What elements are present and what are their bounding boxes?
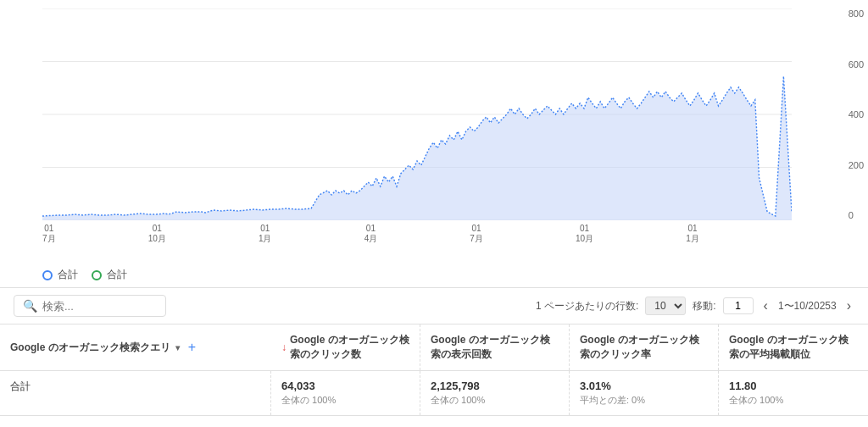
rows-per-page-select[interactable]: 10 25 50 <box>645 297 686 315</box>
row-col1: 合計 <box>0 371 271 415</box>
search-icon: 🔍 <box>23 299 37 313</box>
y-label-0: 0 <box>849 210 864 220</box>
chart-area: 0 200 400 600 800 <box>42 8 826 220</box>
move-label: 移動: <box>693 299 715 313</box>
next-page-button[interactable]: › <box>843 298 854 313</box>
legend-item-1: 合計 <box>42 268 78 282</box>
row-col2-value: 64,033 <box>281 380 409 392</box>
legend-label-2: 合計 <box>107 268 127 282</box>
row-col3-sub: 全体の 100% <box>431 394 559 407</box>
row-col3-value: 2,125,798 <box>431 380 559 392</box>
table-col3-header: Google のオーガニック検索の表示回数 <box>420 324 570 370</box>
x-label-oct10b: 01 10月 <box>576 224 593 245</box>
col4-header-text: Google のオーガニック検索のクリック率 <box>580 334 699 360</box>
prev-page-button[interactable]: ‹ <box>760 298 771 313</box>
sort-down-icon: ↓ <box>281 341 287 353</box>
y-label-200: 200 <box>849 160 864 170</box>
rows-per-page-label: 1 ページあたりの行数: <box>536 299 638 313</box>
col2-header-text: Google のオーガニック検索のクリック数 <box>290 333 409 362</box>
col3-header-text: Google のオーガニック検索の表示回数 <box>431 334 550 360</box>
chart-svg <box>42 8 792 220</box>
legend-dot-2 <box>92 270 102 280</box>
row-col4-value: 3.01% <box>580 380 708 392</box>
search-box[interactable]: 🔍 <box>14 295 166 317</box>
x-label-jul7b: 01 7月 <box>470 224 483 245</box>
x-label-jan1b: 01 1月 <box>686 224 699 245</box>
col5-header-text: Google のオーガニック検索の平均掲載順位 <box>729 334 849 360</box>
col1-dropdown-icon[interactable]: ▾ <box>175 343 180 352</box>
row-col3: 2,125,798 全体の 100% <box>420 371 570 415</box>
legend-item-2: 合計 <box>92 268 127 282</box>
col1-header-text: Google のオーガニック検索クエリ <box>10 341 170 355</box>
table-header: Google のオーガニック検索クエリ ▾ + ↓ Google のオーガニック… <box>0 324 868 371</box>
legend-dot-1 <box>42 270 53 280</box>
y-label-600: 600 <box>849 59 864 69</box>
toolbar-right: 1 ページあたりの行数: 10 25 50 移動: ‹ 1〜10/20253 › <box>536 297 854 315</box>
legend-label-1: 合計 <box>58 268 78 282</box>
table-col4-header: Google のオーガニック検索のクリック率 <box>570 324 719 370</box>
y-label-400: 400 <box>849 109 864 119</box>
chart-legend: 合計 合計 <box>0 263 868 287</box>
move-input[interactable] <box>723 297 754 314</box>
x-label-jul7: 01 7月 <box>42 224 56 245</box>
row-col4-sub: 平均との差: 0% <box>580 394 708 407</box>
toolbar: 🔍 1 ページあたりの行数: 10 25 50 移動: ‹ 1〜10/20253… <box>0 288 868 324</box>
search-input[interactable] <box>42 300 161 313</box>
y-label-800: 800 <box>849 8 864 19</box>
pagination-info: 1〜10/20253 <box>778 299 837 313</box>
x-label-oct10: 01 10月 <box>148 224 166 245</box>
row-col1-text: 合計 <box>10 380 31 392</box>
chart-container: 0 200 400 600 800 01 7月 01 10月 01 1月 01 … <box>0 0 868 263</box>
row-col5-value: 11.80 <box>729 380 858 392</box>
row-col5: 11.80 全体の 100% <box>719 371 868 415</box>
table-col2-header: ↓ Google のオーガニック検索のクリック数 <box>271 324 420 370</box>
x-label-apr4: 01 4月 <box>364 224 378 245</box>
table-col5-header: Google のオーガニック検索の平均掲載順位 <box>719 324 868 370</box>
row-col5-sub: 全体の 100% <box>729 394 858 407</box>
table-col1-header: Google のオーガニック検索クエリ ▾ + <box>0 324 271 370</box>
add-dimension-button[interactable]: + <box>185 340 199 355</box>
row-col4: 3.01% 平均との差: 0% <box>570 371 719 415</box>
x-label-jan1: 01 1月 <box>259 224 272 245</box>
row-col2-sub: 全体の 100% <box>281 394 409 407</box>
table-row: 合計 64,033 全体の 100% 2,125,798 全体の 100% 3.… <box>0 371 868 416</box>
row-col2: 64,033 全体の 100% <box>271 371 420 415</box>
